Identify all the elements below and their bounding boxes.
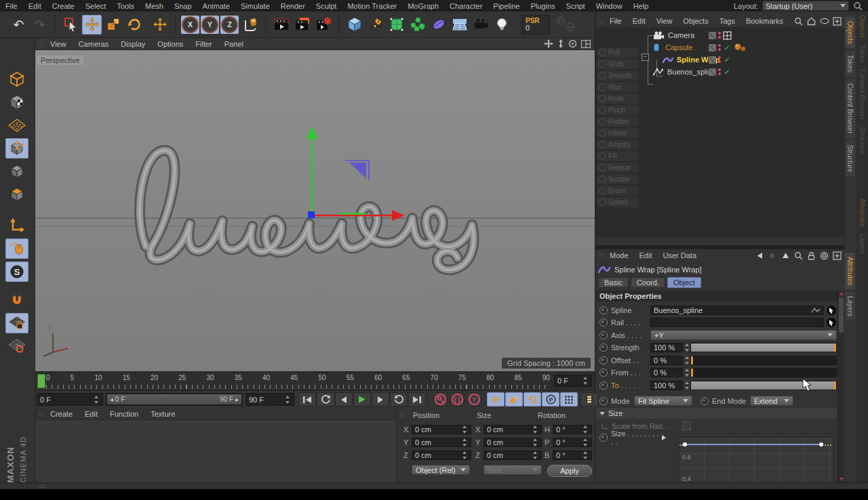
coordinate-mode-dropdown[interactable]: Object (Rel) — [412, 465, 470, 475]
om-home-icon[interactable] — [806, 16, 816, 26]
spinner-arrows[interactable] — [583, 377, 587, 385]
viewport-menu-item[interactable]: Filter — [189, 40, 218, 48]
coordinate-field[interactable]: 0 cm — [412, 438, 471, 447]
spinner-arrows[interactable] — [94, 396, 98, 404]
enabled-check-icon[interactable]: ✓ — [723, 68, 731, 77]
menu-item[interactable]: Edit — [23, 2, 47, 10]
viewport[interactable]: Y Perspective Grid Spacing : 1000 cm — [35, 50, 595, 371]
workplane-lock-button[interactable] — [5, 313, 28, 333]
viewport-rotate-icon[interactable] — [568, 39, 577, 48]
from-value-field[interactable]: 0 % — [650, 368, 683, 377]
coordinate-field[interactable]: 0 ° — [553, 451, 592, 460]
attr-menu-item[interactable]: Edit — [634, 251, 658, 259]
menu-item[interactable]: Plugins — [525, 2, 560, 10]
menu-item[interactable]: Motion Tracker — [342, 2, 402, 10]
panel-grip[interactable] — [598, 253, 604, 259]
keyframe-radio[interactable] — [599, 343, 608, 352]
enable-axis-button[interactable] — [5, 215, 28, 236]
layer-chip-icon[interactable] — [709, 68, 716, 76]
coordinate-field[interactable]: 0 ° — [553, 438, 592, 447]
render-view-button[interactable] — [271, 15, 291, 35]
attribute-scrollbar[interactable] — [837, 291, 844, 482]
layout-dropdown[interactable]: Startup (User) — [762, 1, 849, 11]
spline-pen-button[interactable] — [366, 15, 385, 35]
y-axis-lock-button[interactable]: Y — [201, 16, 219, 34]
deformer-button[interactable] — [429, 15, 448, 35]
visibility-dots[interactable] — [718, 32, 721, 39]
parent-up-icon[interactable] — [781, 251, 791, 261]
psr-snap-indicator[interactable]: PSR 0 — [521, 15, 550, 35]
polygons-mode-button[interactable] — [5, 184, 28, 205]
panel-grip[interactable] — [38, 484, 46, 488]
menu-item[interactable]: Create — [47, 2, 80, 10]
viewport-pan-icon[interactable] — [544, 39, 553, 48]
attr-menu-item[interactable]: Mode — [604, 251, 634, 259]
attribute-tab[interactable]: Basic — [598, 277, 629, 288]
viewport-menu-item[interactable]: Display — [115, 40, 151, 48]
history-forward-icon[interactable] — [768, 251, 778, 261]
scroll-down-icon[interactable] — [839, 478, 844, 481]
size-curve-editor[interactable]: 0.8 0.4 — [679, 437, 833, 482]
undo-button[interactable]: ↶ — [9, 15, 28, 35]
menu-item[interactable]: Animate — [197, 2, 235, 10]
floor-environment-button[interactable] — [450, 15, 469, 35]
end-frame-field[interactable]: 90 F — [245, 393, 294, 406]
om-menu-item[interactable]: Objects — [677, 17, 713, 25]
side-tab[interactable]: Objects — [845, 17, 855, 48]
spinner-arrows[interactable] — [285, 396, 290, 404]
workplane-mode-button[interactable] — [5, 115, 28, 136]
size-section-header[interactable]: Size — [595, 408, 838, 419]
snap-globe-icons[interactable] — [553, 16, 580, 33]
end-mode-dropdown[interactable]: Extend — [750, 396, 793, 406]
points-mode-button[interactable] — [5, 138, 28, 159]
offset-value-field[interactable]: 0 % — [650, 356, 683, 365]
attr-search-icon[interactable] — [793, 251, 804, 261]
timeline-window-button[interactable] — [580, 392, 598, 407]
offset-slider[interactable] — [690, 356, 837, 365]
menu-item[interactable]: MoGraph — [402, 2, 444, 10]
side-tab[interactable]: Attributes — [845, 253, 855, 289]
viewport-menu-item[interactable]: Cameras — [73, 40, 115, 48]
menu-item[interactable]: Snap — [169, 2, 197, 10]
previous-key-button[interactable] — [317, 392, 334, 407]
spline-link-field[interactable]: Buenos_spline — [650, 306, 824, 315]
layer-chip-icon[interactable] — [709, 44, 716, 51]
viewport-solo-button[interactable]: S — [5, 262, 28, 282]
om-menu-item[interactable]: Tags — [714, 17, 741, 25]
coordinate-field[interactable]: 0 cm — [412, 451, 471, 460]
keyframe-radio[interactable] — [599, 306, 608, 314]
to-value-field[interactable]: 100 % — [650, 381, 683, 390]
add-cube-button[interactable] — [344, 15, 364, 35]
edges-mode-button[interactable] — [5, 161, 28, 182]
strength-value-field[interactable]: 100 % — [650, 343, 683, 352]
scale-tool[interactable] — [103, 15, 123, 35]
viewport-toggle-icon[interactable] — [581, 40, 591, 48]
scroll-thumb[interactable] — [839, 297, 844, 333]
menu-item[interactable]: Script — [561, 2, 591, 10]
expand-arrow-icon[interactable] — [661, 434, 667, 441]
object-name[interactable]: Camera — [668, 31, 694, 39]
key-parameter-toggle[interactable]: P — [542, 392, 559, 407]
rotate-tool[interactable] — [124, 15, 144, 35]
object-row-capsule[interactable]: Capsule — [653, 41, 692, 54]
search-icon[interactable] — [853, 1, 863, 11]
coordinate-field[interactable]: 0 cm — [484, 451, 542, 460]
enabled-check-icon[interactable]: ✓ — [723, 43, 731, 52]
menu-item[interactable]: Tools — [111, 2, 140, 10]
keyframe-radio[interactable] — [599, 331, 608, 339]
viewport-menu-item[interactable]: Options — [151, 40, 189, 48]
section-header[interactable]: Object Properties — [595, 291, 838, 301]
snap-magnet-button[interactable] — [5, 290, 28, 310]
target-icon[interactable] — [819, 251, 829, 261]
attr-menu-item[interactable]: User Data — [658, 251, 703, 259]
live-selection-tool[interactable] — [61, 15, 81, 35]
om-search-icon[interactable] — [793, 16, 804, 26]
side-tab[interactable]: Layers — [845, 292, 855, 320]
side-tab[interactable]: Takes — [845, 51, 855, 77]
key-scale-toggle[interactable] — [505, 392, 523, 407]
om-menu-item[interactable]: Edit — [627, 17, 651, 25]
goto-start-button[interactable] — [298, 392, 316, 407]
coordinate-field[interactable]: 0 cm — [484, 438, 542, 447]
menu-item[interactable]: Simulate — [235, 2, 275, 10]
panel-grip[interactable] — [38, 41, 44, 47]
